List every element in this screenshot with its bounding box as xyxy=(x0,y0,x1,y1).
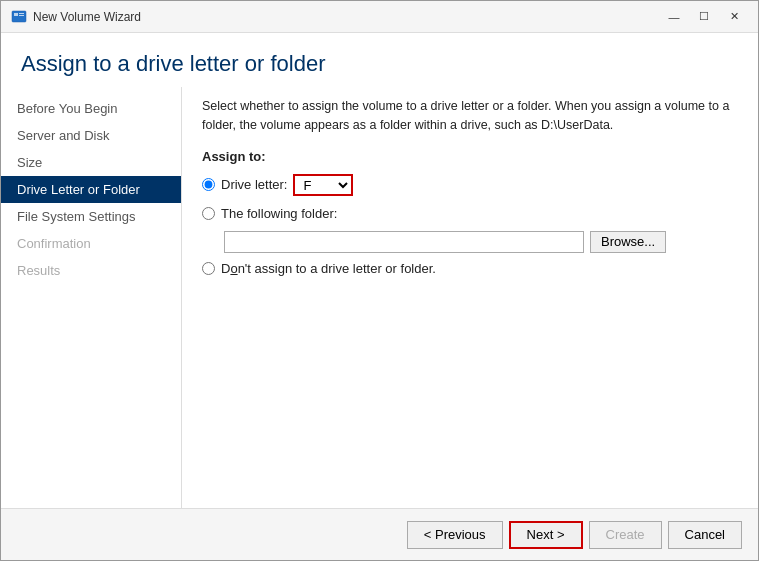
browse-button[interactable]: Browse... xyxy=(590,231,666,253)
drive-letter-label[interactable]: Drive letter: xyxy=(221,177,287,192)
previous-button[interactable]: < Previous xyxy=(407,521,503,549)
no-assign-radio[interactable] xyxy=(202,262,215,275)
svg-rect-1 xyxy=(14,13,18,16)
maximize-button[interactable]: ☐ xyxy=(690,7,718,27)
title-bar-controls: — ☐ ✕ xyxy=(660,7,748,27)
folder-input-row: Browse... xyxy=(224,231,738,253)
drive-letter-select[interactable]: F E G H I xyxy=(293,174,353,196)
following-folder-label[interactable]: The following folder: xyxy=(221,206,337,221)
drive-letter-option-row: Drive letter: F E G H I xyxy=(202,174,738,196)
svg-rect-2 xyxy=(19,13,24,14)
sidebar-item-before-you-begin[interactable]: Before You Begin xyxy=(1,95,181,122)
sidebar-item-size[interactable]: Size xyxy=(1,149,181,176)
sidebar-item-server-and-disk[interactable]: Server and Disk xyxy=(1,122,181,149)
sidebar-item-drive-letter-or-folder[interactable]: Drive Letter or Folder xyxy=(1,176,181,203)
no-assign-label[interactable]: Don't assign to a drive letter or folder… xyxy=(221,261,436,276)
assign-to-label: Assign to: xyxy=(202,149,738,164)
right-panel: Select whether to assign the volume to a… xyxy=(181,87,758,508)
wizard-icon xyxy=(11,9,27,25)
folder-path-input[interactable] xyxy=(224,231,584,253)
svg-rect-0 xyxy=(12,11,26,22)
sidebar-item-confirmation: Confirmation xyxy=(1,230,181,257)
create-button[interactable]: Create xyxy=(589,521,662,549)
sidebar-item-file-system-settings[interactable]: File System Settings xyxy=(1,203,181,230)
sidebar: Before You Begin Server and Disk Size Dr… xyxy=(1,87,181,508)
svg-rect-3 xyxy=(19,15,24,16)
close-button[interactable]: ✕ xyxy=(720,7,748,27)
title-bar-title: New Volume Wizard xyxy=(33,10,141,24)
wizard-window: New Volume Wizard — ☐ ✕ Assign to a driv… xyxy=(0,0,759,561)
minimize-button[interactable]: — xyxy=(660,7,688,27)
page-title: Assign to a drive letter or folder xyxy=(1,33,758,87)
following-folder-option-row: The following folder: xyxy=(202,206,738,221)
drive-letter-radio[interactable] xyxy=(202,178,215,191)
following-folder-radio[interactable] xyxy=(202,207,215,220)
description-text: Select whether to assign the volume to a… xyxy=(202,97,738,135)
title-bar: New Volume Wizard — ☐ ✕ xyxy=(1,1,758,33)
next-button[interactable]: Next > xyxy=(509,521,583,549)
cancel-button[interactable]: Cancel xyxy=(668,521,742,549)
title-bar-left: New Volume Wizard xyxy=(11,9,141,25)
footer: < Previous Next > Create Cancel xyxy=(1,508,758,560)
sidebar-item-results: Results xyxy=(1,257,181,284)
content-area: Assign to a drive letter or folder Befor… xyxy=(1,33,758,508)
main-body: Before You Begin Server and Disk Size Dr… xyxy=(1,87,758,508)
no-assign-option-row: Don't assign to a drive letter or folder… xyxy=(202,261,738,276)
